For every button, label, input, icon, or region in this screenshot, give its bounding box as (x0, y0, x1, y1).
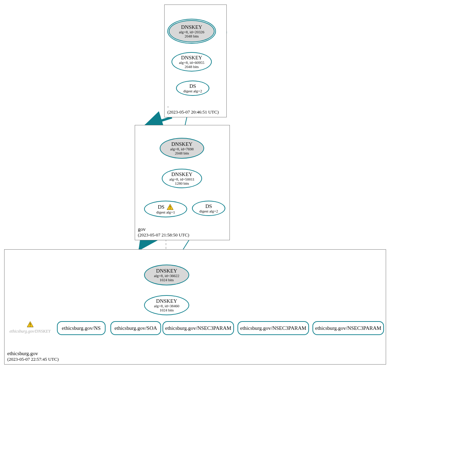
root-ds-node[interactable]: DS digest alg=2 (176, 81, 209, 96)
warning-icon (27, 321, 34, 327)
svg-rect-2 (30, 323, 31, 325)
leaf-ksk-node[interactable]: DNSKEY alg=8, id=36622 1024 bits (144, 265, 189, 285)
gov-ksk-node[interactable]: DNSKEY alg=8, id=7698 2048 bits (160, 138, 204, 159)
zone-root-timestamp: (2023-05-07 20:46:51 UTC) (167, 109, 219, 115)
node-title: DS (189, 83, 196, 89)
gov-ds2-node[interactable]: DS digest alg=2 (192, 201, 225, 216)
zone-leaf-label: ethicsburg.gov (7, 351, 38, 357)
root-ksk-node[interactable]: DNSKEY alg=8, id=20326 2048 bits (169, 20, 215, 42)
node-sub2: 2048 bits (185, 34, 199, 38)
ghost-label: ethicsburg.gov/DNSKEY (8, 329, 52, 334)
ghost-dnskey: ethicsburg.gov/DNSKEY (8, 321, 52, 334)
zone-gov-label: gov (138, 226, 146, 232)
node-sub1: alg=8, id=50011 (169, 177, 195, 181)
node-sub2: 1024 bits (160, 308, 174, 312)
gov-ds1-node[interactable]: DS digest alg=1 (144, 201, 187, 217)
zone-leaf: ethicsburg.gov (2023-05-07 22:57:45 UTC) (4, 249, 386, 365)
edge-layer (0, 0, 476, 451)
rr-ns[interactable]: ethicsburg.gov/NS (57, 321, 106, 335)
svg-rect-3 (30, 326, 31, 326)
node-sub2: 1280 bits (175, 181, 189, 185)
leaf-zsk-node[interactable]: DNSKEY alg=8, id=38460 1024 bits (144, 295, 189, 315)
rr-n2[interactable]: ethicsburg.gov/NSEC3PARAM (237, 321, 309, 335)
node-sub2: 2048 bits (175, 151, 189, 155)
node-sub2: 2048 bits (185, 65, 199, 69)
node-sub1: alg=8, id=20326 (179, 30, 204, 34)
node-sub1: digest alg=2 (183, 89, 202, 93)
node-sub1: alg=8, id=38460 (154, 304, 179, 308)
gov-zsk-node[interactable]: DNSKEY alg=8, id=50011 1280 bits (162, 169, 202, 188)
node-title: DNSKEY (156, 298, 177, 304)
node-title: DNSKEY (181, 55, 202, 61)
zone-root-label: . (167, 103, 169, 109)
node-sub1: digest alg=2 (199, 209, 218, 213)
node-sub1: alg=8, id=36622 (154, 274, 179, 278)
rr-soa[interactable]: ethicsburg.gov/SOA (110, 321, 161, 335)
zone-leaf-timestamp: (2023-05-07 22:57:45 UTC) (7, 357, 59, 362)
node-title: DNSKEY (156, 268, 177, 274)
node-sub2: 1024 bits (160, 278, 174, 282)
node-title: DNSKEY (172, 141, 193, 147)
rr-n1[interactable]: ethicsburg.gov/NSEC3PARAM (162, 321, 234, 335)
node-title: DS (205, 203, 212, 209)
warning-icon (167, 204, 174, 210)
rr-n3[interactable]: ethicsburg.gov/NSEC3PARAM (312, 321, 384, 335)
svg-rect-1 (170, 208, 170, 209)
node-sub1: alg=8, id=7698 (170, 147, 193, 151)
node-title: DNSKEY (181, 24, 202, 30)
node-sub1: alg=8, id=60955 (179, 60, 204, 65)
svg-rect-0 (170, 206, 170, 208)
zone-gov-timestamp: (2023-05-07 21:58:50 UTC) (138, 232, 189, 238)
node-title: DS (158, 204, 164, 210)
node-sub1: digest alg=1 (156, 210, 175, 214)
node-title: DNSKEY (172, 172, 193, 177)
root-zsk-node[interactable]: DNSKEY alg=8, id=60955 2048 bits (172, 52, 212, 72)
